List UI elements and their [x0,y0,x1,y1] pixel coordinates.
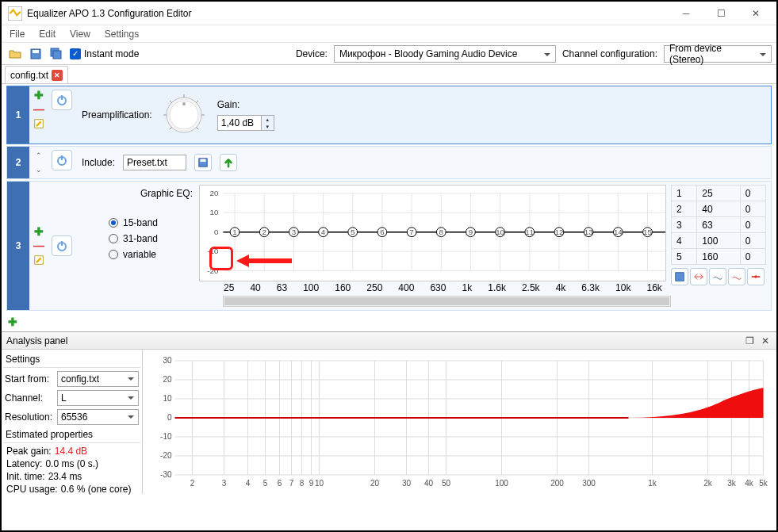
eq-normalize-icon[interactable] [690,268,707,285]
block-number: 2 [7,147,29,178]
close-button[interactable]: ✕ [738,2,773,25]
tab-config[interactable]: config.txt ✕ [5,66,68,83]
device-label: Device: [296,48,328,59]
power-button[interactable] [52,150,72,170]
eq-reset-icon[interactable] [728,268,745,285]
power-button[interactable] [52,90,72,110]
settings-header: Settings [3,351,140,368]
svg-text:5k: 5k [759,479,768,488]
menu-view[interactable]: View [63,27,97,41]
edit-icon[interactable] [32,118,46,129]
svg-text:200: 200 [550,479,564,488]
resolution-combo[interactable]: 65536 [57,409,139,425]
svg-text:3k: 3k [727,479,737,488]
minimize-button[interactable]: ─ [669,2,703,25]
svg-text:8: 8 [300,479,305,488]
svg-text:7: 7 [289,479,294,488]
include-label: Include: [82,157,115,168]
svg-text:100: 100 [495,479,508,488]
spin-up-icon[interactable]: ▲ [262,116,274,123]
svg-text:2: 2 [190,479,195,488]
estimated-header: Estimated properties [3,427,140,443]
gain-spinbox[interactable]: ▲▼ [217,115,274,131]
eq-scrollbar[interactable] [223,296,671,307]
table-row[interactable]: 41000 [672,233,766,249]
instant-mode-checkbox[interactable]: ✓ Instant mode [70,48,139,59]
save-all-icon[interactable] [48,45,65,63]
device-combo[interactable]: Микрофон - Bloody Gaming Audio Device [334,45,556,63]
svg-rect-21 [201,159,206,163]
block-include: 2 ⌃ ⌄ Include: [6,146,772,179]
svg-text:5: 5 [351,228,355,236]
eq-save-icon[interactable] [671,268,688,285]
channel-config-combo[interactable]: From device (Stereo) [664,45,772,63]
add-icon[interactable]: ✚ [32,90,46,101]
eq-flat-icon[interactable] [747,268,765,285]
svg-text:4k: 4k [745,479,754,488]
eq-table: 1250 2400 3630 41000 51600 [671,185,766,285]
svg-text:2k: 2k [703,479,713,488]
svg-rect-2 [33,50,39,53]
table-row[interactable]: 1250 [672,186,766,201]
svg-text:9: 9 [309,479,314,488]
remove-icon[interactable]: — [32,240,46,251]
browse-file-button[interactable] [194,154,212,171]
expand-up-icon[interactable]: ⌃ [32,150,46,161]
band-15-radio[interactable]: 15-band [80,215,199,231]
svg-text:15: 15 [643,228,652,236]
load-preset-button[interactable] [220,154,237,171]
svg-line-14 [196,127,198,129]
channel-combo[interactable]: L [57,390,139,406]
menu-file[interactable]: File [3,27,31,41]
checkbox-checked-icon: ✓ [70,48,81,59]
radio-selected-icon [109,218,118,228]
eq-invert-icon[interactable] [709,268,726,285]
svg-text:0: 0 [214,228,219,236]
menu-edit[interactable]: Edit [33,27,62,41]
maximize-button[interactable]: ☐ [703,2,738,25]
expand-down-icon[interactable]: ⌄ [32,164,46,175]
svg-text:-30: -30 [160,470,172,479]
band-31-radio[interactable]: 31-band [80,231,199,247]
preamp-label: Preamplification: [82,109,152,121]
menu-settings[interactable]: Settings [98,27,145,41]
svg-text:10: 10 [210,208,219,216]
open-icon[interactable] [6,45,24,63]
table-row[interactable]: 2400 [672,201,766,217]
gain-label: Gain: [217,99,274,110]
svg-text:7: 7 [409,228,413,236]
start-from-combo[interactable]: config.txt [57,371,139,387]
table-row[interactable]: 51600 [672,249,766,265]
svg-text:10: 10 [315,479,324,488]
svg-text:20: 20 [163,375,172,384]
svg-rect-81 [676,273,684,281]
panel-detach-icon[interactable]: ❐ [743,335,756,347]
titlebar: Equalizer APO 1.3 Configuration Editor ─… [2,2,776,25]
svg-point-83 [754,275,757,278]
svg-line-17 [170,101,172,103]
analysis-title: Analysis panel [6,335,67,346]
include-file-input[interactable] [123,155,186,170]
gain-input[interactable] [217,115,262,131]
add-icon[interactable]: ✚ [32,226,46,237]
svg-text:10: 10 [163,394,172,403]
gain-knob[interactable] [160,91,208,139]
analysis-graph[interactable]: 3020100-10-20-30 23456789102030405010020… [143,350,776,494]
radio-icon [109,234,118,243]
table-row[interactable]: 3630 [672,217,766,233]
tab-close-icon[interactable]: ✕ [52,70,63,81]
analysis-panel: Analysis panel ❐ ✕ Settings Start from:c… [2,331,776,494]
spin-down-icon[interactable]: ▼ [262,123,274,130]
app-icon [8,6,22,21]
svg-text:5: 5 [263,479,268,488]
svg-text:9: 9 [469,228,473,236]
block-graphic-eq: 3 ✚ — Graphic EQ: 15-band 31-band variab… [6,181,772,311]
save-icon[interactable] [27,45,44,63]
edit-icon[interactable] [32,255,46,266]
band-variable-radio[interactable]: variable [80,247,199,262]
add-block-button[interactable]: ✚ [8,316,17,328]
instant-mode-label: Instant mode [84,48,139,59]
power-button[interactable] [52,235,72,256]
remove-icon[interactable]: — [32,104,46,115]
panel-close-icon[interactable]: ✕ [759,335,772,347]
